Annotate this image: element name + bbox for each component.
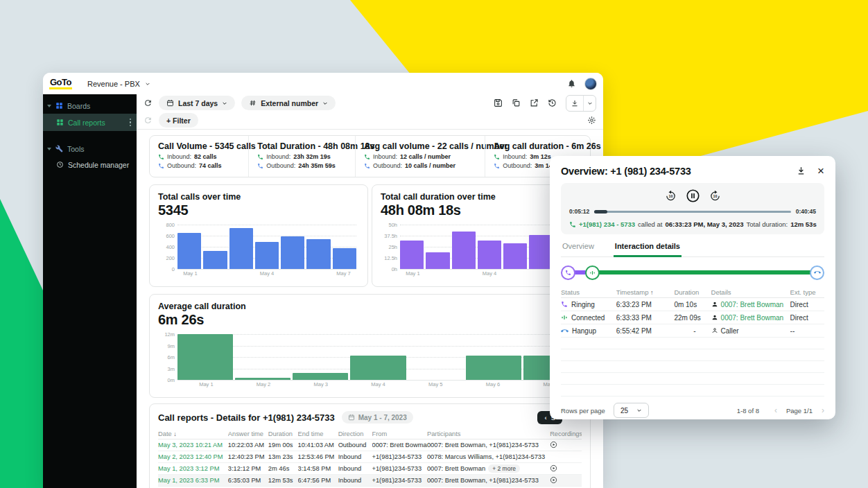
column-header-date[interactable]: Date ↓ <box>158 430 228 437</box>
hangup-icon <box>561 327 568 335</box>
tab-interaction-details[interactable]: Interaction details <box>614 242 682 257</box>
answer-time: 10:22:03 AM <box>228 442 268 448</box>
empty-row <box>561 338 824 349</box>
sidebar-item-label: Tools <box>67 145 85 153</box>
duration: 13m 23s <box>268 453 298 460</box>
interaction-row[interactable]: Hangup 6:55:42 PM - Caller -- <box>561 324 824 338</box>
copy-icon[interactable] <box>512 98 521 107</box>
call-date-link[interactable]: May 2, 2023 12:40 PM <box>158 453 228 460</box>
outbound-label: Outbound: <box>167 162 196 169</box>
filter-button[interactable]: + Filter <box>159 113 198 128</box>
column-header-timestamp[interactable]: Timestamp ↑ <box>616 288 675 296</box>
rows-per-page-select[interactable]: 25 <box>614 403 649 418</box>
call-date-link[interactable]: May 1, 2023 3:12 PM <box>158 465 228 472</box>
user-avatar[interactable] <box>584 78 597 90</box>
phone-outbound-icon <box>364 163 370 169</box>
summary-title: Avg call volume - 22 calls / number <box>364 141 476 151</box>
scope-dropdown[interactable]: External number <box>241 96 336 110</box>
gear-icon[interactable] <box>587 116 596 125</box>
caller-number-link[interactable]: +1(981) 234 - 5733 <box>579 220 635 228</box>
more-participants-chip[interactable]: + 2 more <box>488 464 520 473</box>
table-row[interactable]: May 3, 2023 10:21 AM 10:22:03 AM 19m 00s… <box>158 439 582 451</box>
phone-inbound-icon <box>257 154 263 160</box>
bar-chart-avg-duration: 0m3m6m9m12mMay 1May 2May 3May 4May 5May … <box>158 334 582 387</box>
date-range-dropdown[interactable]: Last 7 days <box>159 96 235 110</box>
sidebar-item-schedule-manager[interactable]: Schedule manager <box>43 157 137 173</box>
download-icon[interactable] <box>796 166 806 176</box>
connected-icon <box>561 314 568 321</box>
download-icon[interactable] <box>566 96 583 111</box>
participant-link[interactable]: 0007: Brett Bowman <box>721 314 784 322</box>
table-header-row: Date ↓ Answer time Duration End time Dir… <box>158 428 582 439</box>
timeline-hangup-marker[interactable] <box>810 265 824 280</box>
inbound-value: 12 calls / number <box>400 153 451 160</box>
sidebar-item-call-reports[interactable]: Call reports <box>43 114 137 131</box>
caret-down-icon <box>47 105 51 107</box>
seek-bar[interactable] <box>594 211 790 213</box>
next-page-icon[interactable]: › <box>822 406 824 415</box>
sidebar-item-tools[interactable]: Tools <box>43 141 137 157</box>
bar <box>478 241 501 269</box>
bar <box>177 233 201 269</box>
summary-title: Call Volume - 5345 calls <box>158 141 240 151</box>
summary-title: Total Duration - 48h 08m 18s <box>257 141 347 151</box>
play-recording-icon[interactable] <box>550 441 557 448</box>
rewind-10-icon[interactable]: 10 <box>665 190 677 202</box>
bar <box>350 356 406 380</box>
rows-per-page-label: Rows per page <box>561 407 605 415</box>
export-icon[interactable] <box>530 98 539 107</box>
call-date-link[interactable]: May 1, 2023 6:33 PM <box>158 477 228 484</box>
chevron-down-icon <box>322 101 328 106</box>
goto-logo[interactable]: GoTo <box>49 78 72 89</box>
direction: Inbound <box>338 477 372 484</box>
bell-icon[interactable] <box>567 79 576 88</box>
history-icon[interactable] <box>548 98 557 107</box>
play-recording-icon[interactable] <box>550 464 557 472</box>
direction: Inbound <box>338 465 372 472</box>
workspace-switcher[interactable]: Revenue - PBX <box>87 80 150 88</box>
direction: Inbound <box>338 453 372 460</box>
table-row[interactable]: May 1, 2023 3:12 PM 3:12:12 PM 2m 46s 3:… <box>158 463 582 475</box>
chart-title: Total calls over time <box>158 192 359 202</box>
summary-title: Avg call duration - 6m 26s <box>494 141 582 151</box>
toolbar-row-2: + Filter <box>137 112 603 129</box>
close-icon[interactable]: × <box>817 165 824 177</box>
call-date-link[interactable]: May 3, 2023 10:21 AM <box>158 442 228 448</box>
column-header-answer-time: Answer time <box>228 430 268 437</box>
previous-page-icon[interactable]: ‹ <box>774 406 777 415</box>
rows-per-page-value: 25 <box>620 407 628 415</box>
sort-asc-icon: ↑ <box>650 289 654 296</box>
refresh-icon[interactable] <box>144 98 153 107</box>
outbound-value: 10 calls / number <box>405 162 455 169</box>
more-menu-icon[interactable] <box>130 119 133 127</box>
table-row-selected[interactable]: May 1, 2023 6:33 PM 6:35:03 PM 12m 53s 6… <box>158 475 582 487</box>
elapsed-time: 0:05:12 <box>569 208 589 215</box>
download-options-chevron-icon[interactable] <box>583 96 596 111</box>
summary-card-avg-call-volume: Avg call volume - 22 calls / number Inbo… <box>355 136 485 177</box>
status-label: Hangup <box>572 327 596 335</box>
toolbar-row-1: Last 7 days External number <box>137 94 603 112</box>
interaction-row[interactable]: Ringing 6:33:23 PM 0m 10s 0007: Brett Bo… <box>561 298 824 311</box>
total-duration-value: 12m 53s <box>790 220 817 228</box>
save-icon[interactable] <box>494 98 503 107</box>
overlay-tabs: Overview Interaction details <box>561 242 824 257</box>
timeline-ringing-marker[interactable] <box>561 265 575 280</box>
participant-link[interactable]: 0007: Brett Bowman <box>721 301 784 308</box>
from: 0007: Brett Bowman <box>372 442 427 448</box>
sidebar-item-boards[interactable]: Boards <box>43 98 137 114</box>
forward-10-icon[interactable]: 10 <box>709 190 721 202</box>
chevron-down-icon <box>222 101 227 106</box>
date-range-value: Last 7 days <box>178 99 218 107</box>
svg-text:10: 10 <box>668 194 672 198</box>
timeline-connected-marker[interactable] <box>585 265 600 280</box>
pause-icon[interactable] <box>686 189 700 203</box>
chart-total-value: 6m 26s <box>158 312 582 328</box>
play-recording-icon[interactable] <box>550 476 557 484</box>
end-time: 10:41:03 AM <box>298 442 338 448</box>
chart-title: Average call duration <box>158 302 582 311</box>
bar <box>293 373 348 380</box>
phone-inbound-icon <box>569 221 576 228</box>
interaction-row[interactable]: Connected 6:33:33 PM 22m 09s 0007: Brett… <box>561 311 824 324</box>
tab-overview[interactable]: Overview <box>561 242 596 256</box>
table-row[interactable]: May 2, 2023 12:40 PM 12:40:23 PM 13m 23s… <box>158 451 582 463</box>
